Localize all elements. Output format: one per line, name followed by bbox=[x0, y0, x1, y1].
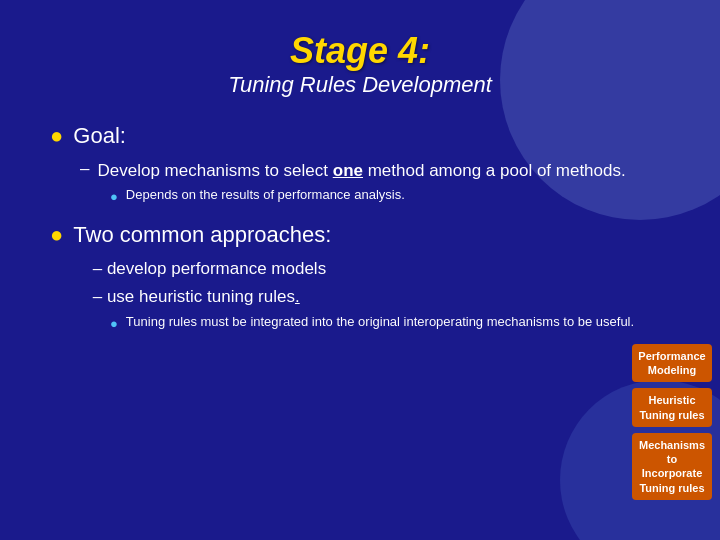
sub-title: Tuning Rules Development bbox=[0, 72, 720, 98]
underline-period: . bbox=[295, 287, 300, 306]
side-box-heuristic: Heuristic Tuning rules bbox=[632, 388, 712, 427]
bullet-approaches: ● Two common approaches: bbox=[50, 221, 660, 250]
dash-2 bbox=[80, 257, 85, 277]
approach-sub-text: Tuning rules must be integrated into the… bbox=[126, 313, 634, 331]
side-box-mechanisms: Mechanisms to Incorporate Tuning rules bbox=[632, 433, 712, 500]
approach-dash1-text: – develop performance models bbox=[93, 257, 326, 281]
bullet-dot-1: ● bbox=[50, 122, 63, 151]
bullet-dot-2: ● bbox=[50, 221, 63, 250]
bold-one: one bbox=[333, 161, 363, 180]
content-area: ● Goal: – Develop mechanisms to select o… bbox=[0, 108, 720, 357]
title-area: Stage 4: Tuning Rules Development bbox=[0, 0, 720, 108]
dash-1: – bbox=[80, 159, 89, 179]
side-boxes-container: Performance Modeling Heuristic Tuning ru… bbox=[632, 344, 712, 500]
section-goal: ● Goal: – Develop mechanisms to select o… bbox=[50, 122, 660, 205]
main-title: Stage 4: bbox=[0, 30, 720, 72]
goal-sub-sub: ● Depends on the results of performance … bbox=[110, 186, 660, 204]
goal-sub-item: – Develop mechanisms to select one metho… bbox=[80, 159, 660, 183]
goal-sub-text: Develop mechanisms to select one method … bbox=[97, 159, 625, 183]
goal-sub-sub-text: Depends on the results of performance an… bbox=[126, 186, 405, 204]
bullet-goal: ● Goal: bbox=[50, 122, 660, 151]
side-box-performance: Performance Modeling bbox=[632, 344, 712, 383]
section-approaches: ● Two common approaches: – develop perfo… bbox=[50, 221, 660, 331]
approach-dash2-text: – use heuristic tuning rules. bbox=[93, 285, 300, 309]
dash-3 bbox=[80, 285, 85, 305]
sub-sub-dot-2: ● bbox=[110, 316, 118, 331]
approach-dash1: – develop performance models bbox=[80, 257, 660, 281]
slide: Stage 4: Tuning Rules Development ● Goal… bbox=[0, 0, 720, 540]
approaches-label: Two common approaches: bbox=[73, 221, 331, 250]
approach-dash2: – use heuristic tuning rules. bbox=[80, 285, 660, 309]
sub-sub-dot-1: ● bbox=[110, 189, 118, 204]
approach-sub-bullet: ● Tuning rules must be integrated into t… bbox=[110, 313, 660, 331]
goal-label: Goal: bbox=[73, 122, 126, 151]
